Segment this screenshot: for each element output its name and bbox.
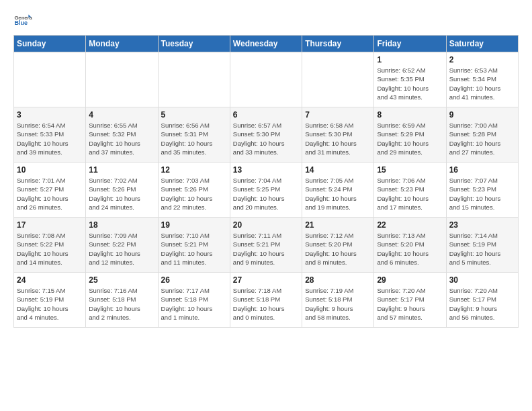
calendar-cell: [230, 52, 302, 107]
day-info: Sunrise: 7:07 AM Sunset: 5:23 PM Dayligh…: [449, 176, 515, 212]
calendar-cell: 23Sunrise: 7:14 AM Sunset: 5:19 PM Dayli…: [446, 218, 518, 273]
day-number: 5: [161, 110, 227, 120]
svg-text:Blue: Blue: [14, 19, 28, 26]
calendar-cell: [14, 52, 86, 107]
day-info: Sunrise: 7:20 AM Sunset: 5:17 PM Dayligh…: [449, 286, 515, 322]
column-header-saturday: Saturday: [446, 36, 518, 52]
day-number: 15: [377, 165, 443, 175]
day-info: Sunrise: 7:17 AM Sunset: 5:18 PM Dayligh…: [161, 286, 227, 322]
day-info: Sunrise: 7:18 AM Sunset: 5:18 PM Dayligh…: [233, 286, 299, 322]
day-number: 16: [449, 165, 515, 175]
calendar-cell: 24Sunrise: 7:15 AM Sunset: 5:19 PM Dayli…: [14, 273, 86, 328]
column-header-thursday: Thursday: [302, 36, 374, 52]
day-number: 4: [89, 110, 154, 120]
day-number: 7: [305, 110, 371, 120]
day-info: Sunrise: 7:13 AM Sunset: 5:20 PM Dayligh…: [377, 231, 443, 267]
day-info: Sunrise: 7:14 AM Sunset: 5:19 PM Dayligh…: [449, 231, 515, 267]
day-info: Sunrise: 7:09 AM Sunset: 5:22 PM Dayligh…: [89, 231, 154, 267]
day-info: Sunrise: 6:59 AM Sunset: 5:29 PM Dayligh…: [377, 121, 443, 156]
day-number: 14: [305, 165, 371, 175]
calendar-cell: 13Sunrise: 7:04 AM Sunset: 5:25 PM Dayli…: [230, 163, 302, 218]
day-number: 20: [233, 220, 299, 230]
calendar-cell: 28Sunrise: 7:19 AM Sunset: 5:18 PM Dayli…: [302, 273, 374, 328]
calendar-week-1: 1Sunrise: 6:52 AM Sunset: 5:35 PM Daylig…: [14, 52, 519, 107]
calendar-cell: 9Sunrise: 7:00 AM Sunset: 5:28 PM Daylig…: [446, 107, 518, 163]
column-header-friday: Friday: [374, 36, 446, 52]
day-number: 1: [377, 55, 443, 64]
calendar-cell: 20Sunrise: 7:11 AM Sunset: 5:21 PM Dayli…: [230, 218, 302, 273]
calendar-cell: 5Sunrise: 6:56 AM Sunset: 5:31 PM Daylig…: [158, 107, 230, 163]
day-number: 11: [89, 165, 154, 175]
day-number: 9: [449, 110, 515, 120]
day-number: 13: [233, 165, 299, 175]
column-header-monday: Monday: [86, 36, 158, 52]
column-header-tuesday: Tuesday: [158, 36, 230, 52]
calendar-cell: 15Sunrise: 7:06 AM Sunset: 5:23 PM Dayli…: [374, 163, 446, 218]
day-number: 28: [305, 275, 371, 285]
day-info: Sunrise: 7:16 AM Sunset: 5:18 PM Dayligh…: [89, 286, 154, 322]
calendar-cell: [302, 52, 374, 107]
calendar-cell: 8Sunrise: 6:59 AM Sunset: 5:29 PM Daylig…: [374, 107, 446, 163]
day-info: Sunrise: 6:57 AM Sunset: 5:30 PM Dayligh…: [233, 121, 299, 156]
calendar-cell: 2Sunrise: 6:53 AM Sunset: 5:34 PM Daylig…: [446, 52, 518, 107]
calendar-cell: 6Sunrise: 6:57 AM Sunset: 5:30 PM Daylig…: [230, 107, 302, 163]
day-number: 29: [377, 275, 443, 285]
calendar-week-5: 24Sunrise: 7:15 AM Sunset: 5:19 PM Dayli…: [14, 273, 519, 328]
calendar-header: SundayMondayTuesdayWednesdayThursdayFrid…: [14, 36, 519, 52]
calendar-cell: 14Sunrise: 7:05 AM Sunset: 5:24 PM Dayli…: [302, 163, 374, 218]
calendar-cell: 17Sunrise: 7:08 AM Sunset: 5:22 PM Dayli…: [14, 218, 86, 273]
day-number: 12: [161, 165, 227, 175]
day-info: Sunrise: 6:56 AM Sunset: 5:31 PM Dayligh…: [161, 121, 227, 156]
day-info: Sunrise: 7:06 AM Sunset: 5:23 PM Dayligh…: [377, 176, 443, 212]
day-number: 6: [233, 110, 299, 120]
day-number: 18: [89, 220, 154, 230]
calendar-cell: 25Sunrise: 7:16 AM Sunset: 5:18 PM Dayli…: [86, 273, 158, 328]
logo: General Blue: [13, 11, 32, 30]
calendar-week-4: 17Sunrise: 7:08 AM Sunset: 5:22 PM Dayli…: [14, 218, 519, 273]
day-number: 2: [449, 55, 515, 64]
day-number: 25: [89, 275, 154, 285]
day-info: Sunrise: 7:05 AM Sunset: 5:24 PM Dayligh…: [305, 176, 371, 212]
calendar-cell: 30Sunrise: 7:20 AM Sunset: 5:17 PM Dayli…: [446, 273, 518, 328]
calendar-cell: 7Sunrise: 6:58 AM Sunset: 5:30 PM Daylig…: [302, 107, 374, 163]
day-number: 22: [377, 220, 443, 230]
day-number: 27: [233, 275, 299, 285]
day-info: Sunrise: 6:55 AM Sunset: 5:32 PM Dayligh…: [89, 121, 154, 156]
calendar-cell: 3Sunrise: 6:54 AM Sunset: 5:33 PM Daylig…: [14, 107, 86, 163]
calendar-cell: 19Sunrise: 7:10 AM Sunset: 5:21 PM Dayli…: [158, 218, 230, 273]
day-info: Sunrise: 7:04 AM Sunset: 5:25 PM Dayligh…: [233, 176, 299, 212]
logo-icon: General Blue: [13, 11, 32, 30]
day-number: 19: [161, 220, 227, 230]
day-info: Sunrise: 7:10 AM Sunset: 5:21 PM Dayligh…: [161, 231, 227, 267]
day-number: 8: [377, 110, 443, 120]
calendar-cell: 29Sunrise: 7:20 AM Sunset: 5:17 PM Dayli…: [374, 273, 446, 328]
calendar-cell: 12Sunrise: 7:03 AM Sunset: 5:26 PM Dayli…: [158, 163, 230, 218]
column-header-wednesday: Wednesday: [230, 36, 302, 52]
day-number: 23: [449, 220, 515, 230]
calendar-week-3: 10Sunrise: 7:01 AM Sunset: 5:27 PM Dayli…: [14, 163, 519, 218]
day-number: 17: [17, 220, 83, 230]
day-number: 26: [161, 275, 227, 285]
calendar-cell: 4Sunrise: 6:55 AM Sunset: 5:32 PM Daylig…: [86, 107, 158, 163]
day-number: 10: [17, 165, 83, 175]
calendar-cell: [158, 52, 230, 107]
calendar-cell: 21Sunrise: 7:12 AM Sunset: 5:20 PM Dayli…: [302, 218, 374, 273]
day-info: Sunrise: 7:00 AM Sunset: 5:28 PM Dayligh…: [449, 121, 515, 156]
calendar-cell: 11Sunrise: 7:02 AM Sunset: 5:26 PM Dayli…: [86, 163, 158, 218]
day-number: 24: [17, 275, 83, 285]
day-info: Sunrise: 7:02 AM Sunset: 5:26 PM Dayligh…: [89, 176, 154, 212]
calendar-body: 1Sunrise: 6:52 AM Sunset: 5:35 PM Daylig…: [14, 52, 519, 328]
day-info: Sunrise: 7:20 AM Sunset: 5:17 PM Dayligh…: [377, 286, 443, 322]
day-info: Sunrise: 7:15 AM Sunset: 5:19 PM Dayligh…: [17, 286, 83, 322]
day-info: Sunrise: 6:54 AM Sunset: 5:33 PM Dayligh…: [17, 121, 83, 156]
day-info: Sunrise: 7:03 AM Sunset: 5:26 PM Dayligh…: [161, 176, 227, 212]
calendar-cell: 1Sunrise: 6:52 AM Sunset: 5:35 PM Daylig…: [374, 52, 446, 107]
calendar-cell: [86, 52, 158, 107]
day-number: 3: [17, 110, 83, 120]
column-header-sunday: Sunday: [14, 36, 86, 52]
calendar-cell: 27Sunrise: 7:18 AM Sunset: 5:18 PM Dayli…: [230, 273, 302, 328]
calendar-cell: 10Sunrise: 7:01 AM Sunset: 5:27 PM Dayli…: [14, 163, 86, 218]
day-number: 30: [449, 275, 515, 285]
calendar-table: SundayMondayTuesdayWednesdayThursdayFrid…: [13, 35, 519, 328]
day-info: Sunrise: 7:01 AM Sunset: 5:27 PM Dayligh…: [17, 176, 83, 212]
